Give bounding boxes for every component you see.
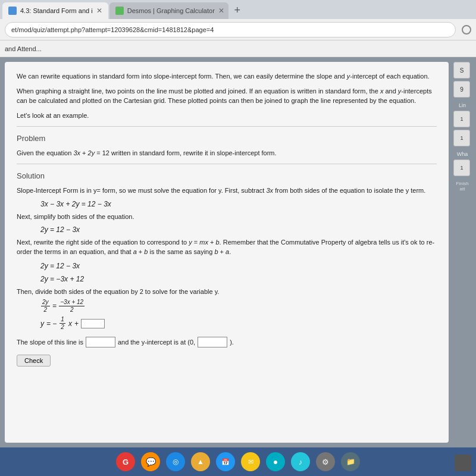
right-sidebar: S 9 Lin 1 1 Wha 1 Finish att — [453, 62, 471, 443]
slope-label: The slope of this line is — [17, 337, 83, 347]
quiz-tab-label: 4.3: Standard Form and i — [20, 7, 93, 14]
taskbar-browser-icon[interactable]: ● — [266, 452, 285, 471]
slope-answer-row: The slope of this line is and the y-inte… — [17, 337, 437, 347]
main-area: We can rewrite equations in standard for… — [0, 57, 476, 447]
equation-3: 2y = 12 − 3x — [40, 261, 437, 271]
equation-6: y = − 1 2 x + — [40, 316, 437, 331]
slope-input[interactable] — [86, 337, 115, 347]
taskbar-maps-icon[interactable]: ◎ — [166, 452, 185, 471]
next-text-3: Then, divide both sides of the equation … — [17, 287, 437, 297]
sidebar-finish-label: Finish att — [453, 181, 471, 192]
taskbar-mail-icon[interactable]: ✉ — [241, 452, 260, 471]
sidebar-9-button[interactable]: 9 — [453, 81, 470, 98]
quiz-tab-close[interactable]: ✕ — [96, 7, 102, 15]
divider-1 — [17, 126, 437, 127]
browser-frame: 4.3: Standard Form and i ✕ Desmos | Grap… — [0, 0, 476, 476]
intercept-label: and the y-intercept is at (0, — [118, 337, 195, 347]
tab-quiz[interactable]: 4.3: Standard Form and i ✕ — [2, 2, 108, 19]
problem-text: Given the equation 3x + 2y = 12 written … — [17, 148, 437, 158]
new-tab-button[interactable]: + — [230, 2, 245, 18]
taskbar-settings-icon[interactable]: ⚙ — [316, 452, 335, 471]
solution-heading: Solution — [17, 170, 437, 182]
taskbar-drive-icon[interactable]: ▲ — [191, 452, 210, 471]
address-bar-row: et/mod/quiz/attempt.php?attempt=12039628… — [0, 19, 476, 40]
equation-5: 2y 2 = −3x + 12 2 — [40, 299, 437, 314]
sidebar-what-label: Wha — [453, 151, 471, 157]
divider-2 — [17, 164, 437, 164]
taskbar-chat-icon[interactable]: 💬 — [141, 452, 160, 471]
y-intercept-box[interactable] — [81, 319, 105, 328]
next-text-1: Next, simplify both sides of the equatio… — [17, 212, 437, 222]
tab-desmos[interactable]: Desmos | Graphing Calculator ✕ — [109, 2, 228, 19]
next-text-2: Next, rewrite the right side of the equa… — [17, 237, 437, 257]
sidebar-what-button[interactable]: 1 — [453, 159, 470, 176]
taskbar-google-icon[interactable]: G — [116, 452, 135, 471]
sidebar-lin-label: Lin — [453, 102, 471, 108]
breadcrumb-text: and Attend... — [5, 45, 42, 52]
intro-paragraph-3: Let's look at an example. — [17, 111, 437, 121]
taskbar-calendar-icon[interactable]: 📅 — [216, 452, 235, 471]
intercept-end: ). — [230, 337, 234, 347]
taskbar: G 💬 ◎ ▲ 📅 ✉ ● ♪ ⚙ 📁 — [0, 447, 476, 476]
taskbar-music-icon[interactable]: ♪ — [291, 452, 310, 471]
solution-intro: Slope-Intercept Form is in y= form, so w… — [17, 186, 437, 196]
sidebar-2-button[interactable]: 1 — [453, 130, 470, 146]
equation-2: 2y = 12 − 3x — [40, 224, 437, 235]
intro-paragraph-1: We can rewrite equations in standard for… — [17, 71, 437, 82]
check-button[interactable]: Check — [17, 355, 51, 367]
intro-paragraph-2: When graphing a straight line, two point… — [17, 86, 437, 106]
tab-bar: 4.3: Standard Form and i ✕ Desmos | Grap… — [0, 0, 476, 19]
equation-4: 2y = −3x + 12 — [40, 274, 437, 284]
desmos-tab-close[interactable]: ✕ — [218, 7, 224, 15]
intercept-input[interactable] — [198, 337, 227, 347]
desmos-tab-icon — [115, 7, 124, 15]
content-card: We can rewrite equations in standard for… — [5, 62, 449, 443]
url-text: et/mod/quiz/attempt.php?attempt=12039628… — [11, 26, 214, 33]
quiz-tab-icon — [8, 7, 17, 15]
corner-icon[interactable] — [455, 455, 471, 471]
taskbar-files-icon[interactable]: 📁 — [341, 452, 360, 471]
sidebar-1-button[interactable]: 1 — [453, 111, 470, 127]
desmos-tab-label: Desmos | Graphing Calculator — [127, 7, 215, 14]
breadcrumb-bar: and Attend... — [0, 40, 476, 57]
equation-1: 3x − 3x + 2y = 12 − 3x — [40, 199, 437, 209]
address-bar[interactable]: et/mod/quiz/attempt.php?attempt=12039628… — [5, 22, 456, 37]
search-icon[interactable] — [462, 25, 471, 35]
problem-heading: Problem — [17, 133, 437, 145]
sidebar-s-button[interactable]: S — [453, 62, 470, 79]
